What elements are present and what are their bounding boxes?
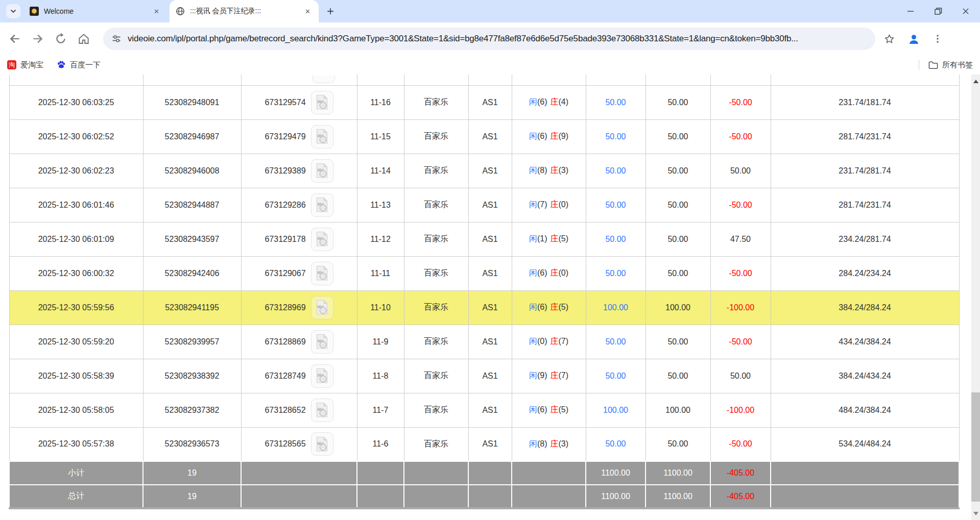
restore-icon[interactable] xyxy=(934,7,942,15)
banker-points: (3) xyxy=(559,439,569,448)
cell-game-type: 百家乐 xyxy=(404,119,468,154)
summary-winloss-total: -405.00 xyxy=(710,461,771,485)
cell-order-no: 523082939957 xyxy=(143,325,241,359)
cell-valid-amount: 50.00 xyxy=(646,154,710,188)
close-window-icon[interactable] xyxy=(962,7,970,15)
titlebar: Welcome ✕ :::视讯 会员下注纪录::: ✕ + xyxy=(0,0,980,22)
all-bookmarks-label: 所有书签 xyxy=(942,60,973,70)
bookmarks-bar: 淘 爱淘宝 百度一下 所有书签 xyxy=(0,55,980,75)
home-icon[interactable] xyxy=(77,32,90,45)
cell-bet-amount: 50.00 xyxy=(586,154,646,188)
cell-winloss: -50.00 xyxy=(710,188,771,222)
player-points: (6) xyxy=(537,132,547,140)
banker-result: 庄 xyxy=(551,337,559,345)
game-number: 673129178 xyxy=(265,235,305,244)
cell-round: 11-6 xyxy=(357,427,404,461)
banker-result: 庄 xyxy=(551,303,559,311)
cell-game-no: 673128969 xyxy=(241,290,357,325)
globe-icon xyxy=(176,7,185,16)
cell-result: 闲(8)庄(3) xyxy=(512,427,586,461)
cell-round: 11-7 xyxy=(357,393,404,427)
banker-points: (5) xyxy=(559,303,569,311)
video-icon[interactable] xyxy=(311,125,333,148)
cell-bet-amount: 50.00 xyxy=(586,188,646,222)
cell-balance: 384.24/284.24 xyxy=(771,290,959,325)
cell-winloss: 50.00 xyxy=(710,154,771,188)
cell-valid-amount: 50.00 xyxy=(646,85,710,119)
video-icon[interactable] xyxy=(311,91,333,114)
video-icon[interactable] xyxy=(311,228,333,251)
site-info-icon[interactable] xyxy=(111,34,122,44)
profile-avatar[interactable] xyxy=(907,33,920,45)
video-icon[interactable] xyxy=(311,159,333,183)
divider xyxy=(919,60,919,70)
cell-time: 2025-12-30 06:02:52 xyxy=(9,119,143,154)
reload-icon[interactable] xyxy=(54,32,67,45)
taobao-icon: 淘 xyxy=(7,60,16,69)
cell-order-no: 523082941195 xyxy=(143,290,241,325)
video-file-glyph xyxy=(315,402,329,418)
bookmark-baidu[interactable]: 百度一下 xyxy=(57,60,101,70)
bookmark-star-icon[interactable] xyxy=(883,33,895,45)
table-body: 2025-12-30 06:03:25 523082948091 6731295… xyxy=(9,85,959,461)
tab-betrecord[interactable]: :::视讯 会员下注纪录::: ✕ xyxy=(170,0,319,22)
url-text[interactable]: videoie.com/ipl/portal.php/game/betrecor… xyxy=(128,34,798,44)
minimize-icon[interactable] xyxy=(906,7,915,15)
bookmark-taobao[interactable]: 淘 爱淘宝 xyxy=(7,60,43,70)
video-icon[interactable] xyxy=(311,432,333,456)
video-icon[interactable] xyxy=(311,364,333,388)
summary-bet-total: 1100.00 xyxy=(586,485,646,508)
cell-game-type xyxy=(404,75,468,85)
video-icon[interactable] xyxy=(311,296,333,319)
summary-row: 小计 19 1100.00 1100.00 -405.00 xyxy=(9,461,959,485)
summary-count: 19 xyxy=(143,461,241,485)
back-icon[interactable] xyxy=(8,32,21,45)
cell-result xyxy=(512,75,586,85)
tab-welcome[interactable]: Welcome ✕ xyxy=(23,0,168,22)
video-icon[interactable] xyxy=(311,262,333,285)
cell-balance: 231.74/281.74 xyxy=(771,154,959,188)
all-bookmarks-button[interactable]: 所有书签 xyxy=(928,60,973,70)
cell-balance xyxy=(771,75,959,85)
cell-bet-amount: 50.00 xyxy=(586,427,646,461)
vertical-scrollbar[interactable] xyxy=(971,75,980,520)
cell-game-no: 673129286 xyxy=(241,188,357,222)
game-number: 673128969 xyxy=(265,303,305,312)
cell-valid-amount: 50.00 xyxy=(646,427,710,461)
cell-time: 2025-12-30 06:01:46 xyxy=(9,188,143,222)
video-icon[interactable] xyxy=(313,76,335,83)
banker-result: 庄 xyxy=(551,439,559,448)
cell-round xyxy=(357,75,404,85)
summary-count: 19 xyxy=(143,485,241,508)
scrollbar-thumb[interactable] xyxy=(971,392,980,502)
bookmarks-right: 所有书签 xyxy=(919,60,973,70)
cell-bet-amount: 100.00 xyxy=(586,393,646,427)
cell-order-no: 523082936573 xyxy=(143,427,241,461)
video-icon[interactable] xyxy=(311,193,333,217)
cell-game-type: 百家乐 xyxy=(404,154,468,188)
video-icon[interactable] xyxy=(311,330,333,354)
cell-balance: 434.24/384.24 xyxy=(771,325,959,359)
tab-search-button[interactable] xyxy=(6,4,20,18)
forward-icon[interactable] xyxy=(31,32,44,45)
cell-result: 闲(6)庄(5) xyxy=(512,290,586,325)
scroll-down-arrow-icon[interactable] xyxy=(971,509,980,518)
summary-empty-cell xyxy=(771,461,959,485)
table-row: 2025-12-30 06:02:23 523082946008 6731293… xyxy=(9,154,959,188)
summary-valid-total: 1100.00 xyxy=(646,461,710,485)
cell-round: 11-16 xyxy=(357,85,404,119)
scroll-up-arrow-icon[interactable] xyxy=(971,78,980,86)
banker-result: 庄 xyxy=(551,97,559,106)
close-tab-icon[interactable]: ✕ xyxy=(303,7,313,16)
cell-game-type: 百家乐 xyxy=(404,393,468,427)
address-bar[interactable]: videoie.com/ipl/portal.php/game/betrecor… xyxy=(103,28,875,50)
player-result: 闲 xyxy=(529,166,537,175)
video-icon[interactable] xyxy=(311,399,333,422)
cell-game-type: 百家乐 xyxy=(404,290,468,325)
menu-dots-icon[interactable] xyxy=(933,34,943,44)
table-row: 2025-12-30 05:58:05 523082937382 6731286… xyxy=(9,393,959,427)
close-tab-icon[interactable]: ✕ xyxy=(152,7,161,16)
new-tab-button[interactable]: + xyxy=(327,5,334,17)
cell-game-no: 673128869 xyxy=(241,325,357,359)
cell-table: AS1 xyxy=(468,325,512,359)
